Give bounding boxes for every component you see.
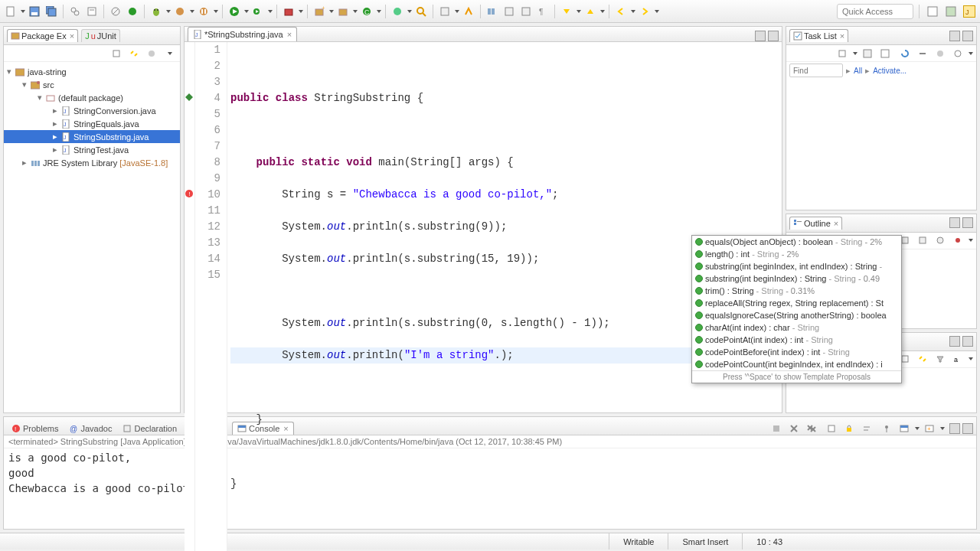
collapse-icon[interactable] [916,47,929,60]
open-console-icon[interactable]: + [923,422,936,435]
categorize-icon[interactable] [861,47,874,60]
stop-icon[interactable] [198,5,210,18]
minimize-icon[interactable] [949,336,960,347]
new-type-icon[interactable]: C [361,5,373,18]
focus-task-icon[interactable] [934,47,946,60]
next-annotation-icon[interactable] [560,5,573,18]
breakpoint-icon[interactable] [126,5,139,18]
toggle-breadcrumb-icon[interactable] [486,5,498,18]
tree-jre[interactable]: ▸JRE System Library [JavaSE-1.8] [4,156,180,169]
autocomplete-item[interactable]: codePointAt(int index) : int - String [692,334,901,346]
tree-file-3[interactable]: ▸JStringSubstring.java [4,130,180,143]
debug-icon[interactable] [150,5,162,18]
close-icon[interactable]: × [70,31,74,41]
hide-nonpublic-icon[interactable] [934,234,946,246]
activate-link[interactable]: Activate... [873,67,906,75]
prev-annotation-icon[interactable] [584,5,596,18]
view-menu-icon[interactable] [969,52,973,55]
declaration-tab[interactable]: Declaration [118,422,181,435]
autocomplete-item[interactable]: substring(int beginIndex, int endIndex) … [692,260,901,272]
clear-console-icon[interactable] [825,422,838,435]
view-menu-icon[interactable] [969,239,973,242]
autocomplete-item[interactable]: equals(Object anObject) : boolean - Stri… [692,236,901,248]
mark-occurrences-icon[interactable] [462,5,475,18]
perspective-java-icon[interactable] [926,5,939,18]
view-menu-icon[interactable] [163,47,175,60]
view-menu-icon[interactable] [969,357,973,360]
quick-access-input[interactable] [837,4,913,19]
perspective-debug-icon[interactable] [945,5,957,18]
editor-tab[interactable]: J *StringSubstring.java × [188,27,297,41]
refresh-icon[interactable] [899,47,911,60]
package-explorer-tab[interactable]: Package Ex × [7,29,78,42]
word-wrap-icon[interactable] [861,422,873,435]
coverage-icon[interactable] [174,5,186,18]
hide-static-icon[interactable] [916,234,929,246]
back-icon[interactable] [615,5,627,18]
junit-tab[interactable]: Ju JUnit [81,29,120,42]
new-icon[interactable] [5,5,17,18]
maximize-icon[interactable] [962,217,973,228]
minimize-icon[interactable] [949,31,960,41]
sort-icon[interactable]: a [952,353,964,365]
run-icon[interactable] [228,5,240,18]
find-input[interactable] [789,64,843,77]
outline-tab[interactable]: Outline× [789,217,842,230]
skip-icon[interactable] [109,5,122,18]
autocomplete-item[interactable]: codePointCount(int beginIndex, int endIn… [692,358,901,370]
tree-src[interactable]: ▾src [4,78,180,91]
close-icon[interactable]: × [840,31,844,41]
focus-icon[interactable] [145,47,158,60]
maximize-icon[interactable] [962,31,973,41]
tree-file-1[interactable]: ▸JStringConversion.java [4,104,180,117]
tree-project[interactable]: ▾java-string [4,65,180,78]
maximize-icon[interactable] [962,423,973,434]
collapse-all-icon[interactable] [110,47,122,60]
close-icon[interactable]: × [834,219,838,228]
new-task-icon[interactable] [836,47,848,60]
toggle-highlight-icon[interactable] [503,5,515,18]
pin-console-icon[interactable] [880,422,893,435]
run-external-icon[interactable] [283,5,295,18]
autocomplete-item[interactable]: trim() : String - String - 0.31% [692,285,901,297]
remove-launch-icon[interactable] [788,422,800,435]
display-selected-icon[interactable] [898,422,910,435]
open-type-icon[interactable] [391,5,403,18]
synchronize-icon[interactable] [952,47,964,60]
autocomplete-item[interactable]: charAt(int index) : char - String [692,321,901,334]
task-list-tab[interactable]: Task List× [789,29,848,42]
run-last-icon[interactable] [252,5,264,18]
search-icon[interactable] [415,5,427,18]
autocomplete-item[interactable]: codePointBefore(int index) : int - Strin… [692,346,901,358]
link-editor-icon[interactable] [128,47,140,60]
autocomplete-item[interactable]: equalsIgnoreCase(String anotherString) :… [692,309,901,321]
javadoc-tab[interactable]: @Javadoc [64,422,116,435]
minimize-icon[interactable] [949,217,960,228]
autocomplete-item[interactable]: replaceAll(String regex, String replacem… [692,297,901,309]
autocomplete-item[interactable]: length() : int - String - 2% [692,248,901,260]
minimize-icon[interactable] [755,31,766,41]
hide-local-icon[interactable] [952,234,964,246]
link-icon[interactable] [69,5,81,18]
remove-all-icon[interactable] [805,422,818,435]
tree-file-4[interactable]: ▸JStringTest.java [4,143,180,156]
all-link[interactable]: All [854,67,862,75]
forward-icon[interactable] [639,5,651,18]
perspective-javaee-icon[interactable]: J [963,5,975,18]
save-icon[interactable] [28,5,41,18]
filter-icon[interactable] [934,353,946,365]
maximize-icon[interactable] [768,31,779,41]
tree-file-2[interactable]: ▸JStringEquals.java [4,117,180,130]
show-whitespace-icon[interactable]: ¶ [537,5,549,18]
tree-package[interactable]: ▾(default package) [4,91,180,104]
minimize-icon[interactable] [949,423,960,434]
maximize-icon[interactable] [962,336,973,347]
open-task-icon[interactable] [439,5,451,18]
problems-tab[interactable]: !Problems [7,422,63,435]
new-package-icon[interactable]: + [313,5,325,18]
scheduled-icon[interactable] [879,47,891,60]
save-all-icon[interactable] [45,5,57,18]
scroll-lock-icon[interactable] [843,422,855,435]
link-icon[interactable] [916,353,929,365]
autocomplete-item[interactable]: substring(int beginIndex) : String - Str… [692,272,901,285]
